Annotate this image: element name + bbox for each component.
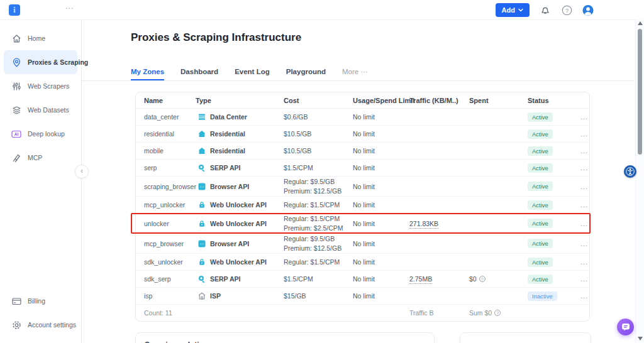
- table-row-serp[interactable]: serpSERP API$1.5/CPMNo limitActive...: [136, 160, 589, 177]
- row-actions-ellipsis-icon[interactable]: ...: [580, 240, 589, 248]
- column-header-status[interactable]: Status: [528, 97, 580, 104]
- zone-name[interactable]: sdk_unlocker: [144, 258, 196, 266]
- table-row-mobile[interactable]: mobileResidential$10.5/GBNo limitActive.…: [136, 143, 589, 160]
- scroll-down-arrow-icon[interactable]: [638, 337, 643, 340]
- sidebar-item-account-settings[interactable]: Account settings: [4, 313, 77, 337]
- row-actions-ellipsis-icon[interactable]: ...: [580, 201, 589, 209]
- sidebar-item-web-datasets[interactable]: Web Datasets: [4, 98, 77, 122]
- sidebar-item-label: Account settings: [28, 321, 76, 329]
- row-actions-ellipsis-icon[interactable]: ...: [580, 258, 589, 266]
- zone-name[interactable]: serp: [144, 164, 196, 172]
- table-row-mcp_unlocker[interactable]: mcp_unlockerWeb Unlocker APIRegular: $1.…: [136, 197, 589, 214]
- zone-cost: $10.5/GB: [284, 129, 353, 138]
- table-row-data_center[interactable]: data_centerData Center$0.6/GBNo limitAct…: [136, 109, 589, 126]
- table-row-residential[interactable]: residentialResidential$10.5/GBNo limitAc…: [136, 126, 589, 143]
- sidebar-item-proxies-scraping[interactable]: Proxies & Scraping: [4, 50, 77, 74]
- status-badge: Active: [528, 239, 553, 248]
- zone-name[interactable]: scraping_browser: [144, 183, 196, 190]
- ai-badge-icon: AI: [11, 129, 21, 139]
- zone-name[interactable]: mcp_browser: [144, 240, 196, 248]
- sidebar-item-home[interactable]: Home: [4, 26, 77, 50]
- row-actions-ellipsis-icon[interactable]: ...: [580, 275, 589, 283]
- browser-icon: ‹›: [198, 240, 206, 248]
- zone-name[interactable]: unlocker: [144, 220, 196, 227]
- zone-type-label: Web Unlocker API: [210, 220, 267, 227]
- sidebar-menu-ellipsis-icon[interactable]: ...: [65, 1, 74, 11]
- main-content: Proxies & Scraping Infrastructure My Zon…: [82, 20, 634, 343]
- table-row-scraping_browser[interactable]: scraping_browser‹›Browser APIRegular: $9…: [136, 177, 589, 197]
- sidebar-item-web-scrapers[interactable]: Web Scrapers: [4, 74, 77, 98]
- table-body: data_centerData Center$0.6/GBNo limitAct…: [136, 109, 589, 305]
- help-icon[interactable]: ?: [561, 4, 572, 16]
- row-actions-ellipsis-icon[interactable]: ...: [580, 147, 589, 155]
- status-badge: Active: [528, 219, 553, 228]
- scrollbar[interactable]: [635, 19, 644, 343]
- zone-name[interactable]: mobile: [144, 147, 196, 155]
- zone-name[interactable]: sdk_serp: [144, 275, 196, 283]
- zone-cost: $10.5/GB: [284, 146, 353, 155]
- zone-type-label: Web Unlocker API: [210, 258, 267, 266]
- table-row-unlocker[interactable]: unlockerWeb Unlocker APIRegular: $1.5/CP…: [136, 214, 589, 234]
- tab-my-zones[interactable]: My Zones: [131, 68, 164, 80]
- spent-help-icon[interactable]: ?: [479, 276, 486, 282]
- table-row-sdk_serp[interactable]: sdk_serpSERP API$1.5/CPMNo limit2.75MB$0…: [136, 271, 589, 288]
- zone-cost: $1.5/CPM: [284, 275, 353, 283]
- notifications-bell-icon[interactable]: [540, 4, 551, 16]
- row-actions-ellipsis-icon[interactable]: ...: [580, 292, 589, 300]
- row-actions-ellipsis-icon[interactable]: ...: [580, 183, 589, 190]
- row-actions-ellipsis-icon[interactable]: ...: [580, 220, 589, 227]
- sidebar-item-deep-lookup[interactable]: AIDeep lookup: [4, 122, 77, 146]
- zone-name[interactable]: residential: [144, 130, 196, 138]
- tab-dashboard[interactable]: Dashboard: [180, 68, 218, 80]
- footer-sum-label: Sum $0: [469, 309, 492, 317]
- column-header-name[interactable]: Name: [144, 97, 196, 104]
- zone-name[interactable]: isp: [144, 292, 196, 300]
- table-row-mcp_browser[interactable]: mcp_browser‹›Browser APIRegular: $9.5/GB…: [136, 234, 589, 254]
- zone-usage-limit: No limit: [353, 240, 409, 248]
- zone-cost: Regular: $9.5/GBPremium: $12.5/GB: [284, 177, 353, 195]
- scroll-up-arrow-icon[interactable]: [638, 21, 643, 25]
- zone-status: Inactive: [528, 291, 580, 301]
- zone-name[interactable]: mcp_unlocker: [144, 201, 196, 209]
- tab-event-log[interactable]: Event Log: [235, 68, 270, 80]
- accessibility-widget-button[interactable]: [624, 165, 636, 178]
- sidebar: HomeProxies & ScrapingWeb ScrapersWeb Da…: [0, 20, 82, 343]
- table-row-sdk_unlocker[interactable]: sdk_unlockerWeb Unlocker APIRegular: $1.…: [136, 254, 589, 271]
- top-bar: i ... Add ?: [0, 0, 644, 20]
- avatar[interactable]: [582, 4, 594, 16]
- zone-type: ‹›Browser API: [196, 240, 284, 248]
- zone-status: Active: [528, 112, 580, 122]
- add-button[interactable]: Add: [496, 3, 530, 17]
- row-actions-ellipsis-icon[interactable]: ...: [580, 164, 589, 172]
- sidebar-item-mcp[interactable]: MCP: [4, 146, 77, 170]
- sidebar-collapse-button[interactable]: ‹: [75, 165, 89, 178]
- column-header-type[interactable]: Type: [196, 97, 284, 104]
- brand-logo-icon[interactable]: i: [9, 4, 20, 16]
- zone-cost: Regular: $1.5/CPM: [284, 258, 353, 266]
- column-header-cost[interactable]: Cost: [284, 97, 353, 104]
- chat-widget-button[interactable]: [617, 318, 634, 335]
- table-row-isp[interactable]: ispISP$15/GBNo limitInactive...: [136, 288, 589, 305]
- datacenter-icon: [198, 113, 206, 121]
- zone-type: Web Unlocker API: [196, 220, 284, 227]
- scrollbar-thumb[interactable]: [638, 29, 642, 155]
- svg-text:?: ?: [565, 7, 568, 13]
- column-header-spent[interactable]: Spent: [469, 97, 528, 104]
- status-badge: Active: [528, 200, 553, 210]
- column-header-usage-spend-limit[interactable]: Usage/Spend Limit: [353, 97, 409, 104]
- column-header-traffic-kb-m-[interactable]: Traffic (KB/M..): [409, 97, 469, 104]
- lock-icon: [198, 201, 206, 209]
- zone-name[interactable]: data_center: [144, 113, 196, 121]
- tab-playground[interactable]: Playground: [286, 68, 326, 80]
- add-button-label: Add: [502, 6, 515, 14]
- row-actions-ellipsis-icon[interactable]: ...: [580, 130, 589, 138]
- status-badge: Active: [528, 258, 553, 267]
- zone-type: ISP: [196, 292, 284, 300]
- zone-traffic-value[interactable]: 2.75MB: [409, 275, 432, 284]
- tab-more-[interactable]: More ···: [342, 68, 368, 80]
- sidebar-item-billing[interactable]: Billing: [4, 289, 77, 313]
- sum-help-icon[interactable]: ?: [494, 310, 501, 316]
- zone-traffic-value[interactable]: 271.83KB: [409, 220, 438, 229]
- row-actions-ellipsis-icon[interactable]: ...: [580, 113, 589, 121]
- zone-status: Active: [528, 146, 580, 156]
